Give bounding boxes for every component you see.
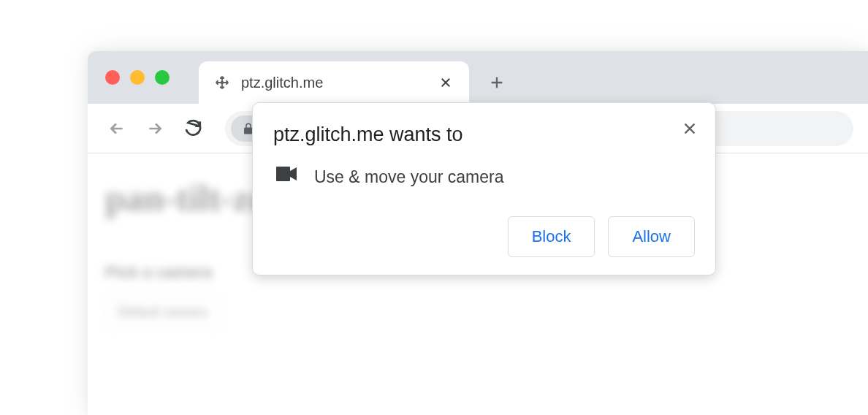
minimize-window-button[interactable] bbox=[130, 70, 145, 85]
allow-button[interactable]: Allow bbox=[608, 216, 695, 257]
move-icon bbox=[213, 74, 231, 91]
forward-button[interactable] bbox=[140, 114, 170, 143]
close-icon bbox=[682, 121, 698, 137]
tab-strip: ptz.glitch.me bbox=[88, 51, 868, 104]
tab-title: ptz.glitch.me bbox=[241, 75, 437, 91]
block-button[interactable]: Block bbox=[508, 216, 595, 257]
window-controls bbox=[105, 70, 170, 85]
permission-row: Use & move your camera bbox=[273, 167, 695, 187]
maximize-window-button[interactable] bbox=[155, 70, 170, 85]
close-prompt-button[interactable] bbox=[679, 118, 701, 140]
prompt-actions: Block Allow bbox=[273, 216, 695, 257]
camera-select[interactable]: Default camera bbox=[105, 297, 219, 328]
permission-prompt: ptz.glitch.me wants to Use & move your c… bbox=[252, 102, 716, 275]
close-tab-button[interactable] bbox=[437, 74, 454, 91]
prompt-title: ptz.glitch.me wants to bbox=[273, 123, 695, 146]
camera-icon bbox=[276, 167, 297, 187]
browser-tab[interactable]: ptz.glitch.me bbox=[199, 61, 469, 104]
svg-rect-1 bbox=[276, 167, 290, 181]
reload-button[interactable] bbox=[178, 114, 208, 143]
new-tab-button[interactable] bbox=[479, 65, 514, 100]
back-button[interactable] bbox=[102, 114, 132, 143]
close-window-button[interactable] bbox=[105, 70, 120, 85]
permission-text: Use & move your camera bbox=[314, 167, 503, 187]
svg-point-0 bbox=[221, 82, 224, 84]
